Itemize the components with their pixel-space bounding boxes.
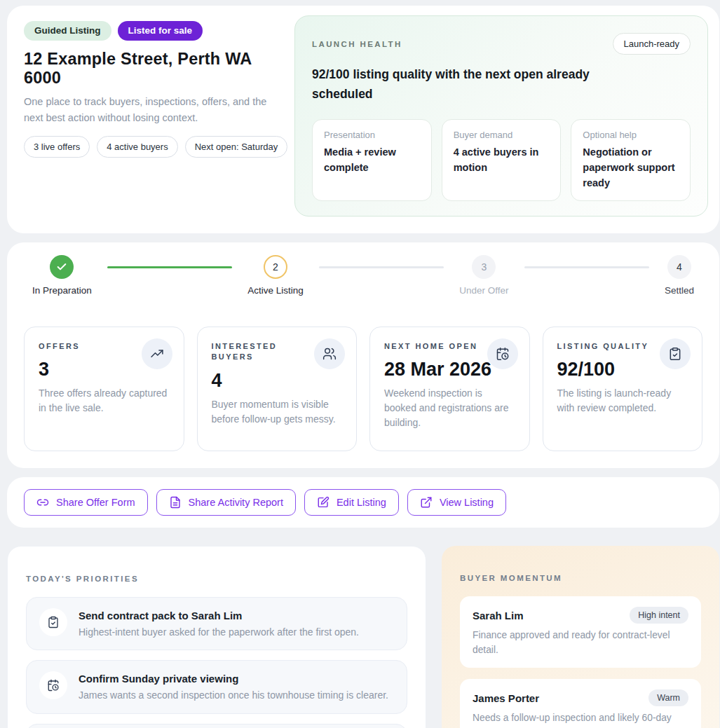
next-open-chip: Next open: Saturday [185,136,288,158]
listed-for-sale-badge: Listed for sale [118,21,203,41]
buyer-momentum-panel: BUYER MOMENTUM Sarah Lim High intent Fin… [442,546,719,728]
listing-header-card: Guided Listing Listed for sale 12 Exampl… [7,6,719,233]
factor-label: Presentation [324,130,420,140]
launch-health-headline: 92/100 listing quality with the next ope… [312,64,615,104]
step-number: 2 [264,255,287,279]
factor-buyer-demand: Buyer demand 4 active buyers in motion [442,119,562,201]
calendar-clock-icon [487,338,518,369]
stat-description: Three offers already captured in the liv… [39,386,170,415]
check-icon [56,261,67,273]
external-link-icon [420,496,433,509]
button-label: Share Offer Form [56,497,135,508]
priority-title: Confirm Sunday private viewing [79,673,388,685]
stat-card-listing-quality: LISTING QUALITY 92/100 The listing is la… [543,327,703,451]
badge-row: Guided Listing Listed for sale [24,21,287,41]
todays-priorities-label: TODAY'S PRIORITIES [26,575,407,583]
stage-stepper: In Preparation 2 Active Listing 3 Under … [24,255,702,296]
page-title: 12 Example Street, Perth WA 6000 [24,50,287,88]
todays-priorities-panel: TODAY'S PRIORITIES Send contract pack to… [7,546,426,728]
priority-description: James wants a second inspection once his… [79,688,388,702]
buyer-name: James Porter [473,692,539,704]
step-under-offer: 3 Under Offer [459,255,508,296]
launch-health-card: LAUNCH HEALTH Launch-ready 92/100 listin… [294,15,708,217]
factor-value: Media + review complete [324,145,420,176]
page-subtitle: One place to track buyers, inspections, … [24,94,285,125]
buyer-description: Needs a follow-up inspection and likely … [473,711,688,728]
edit-listing-button[interactable]: Edit Listing [304,489,399,516]
intent-badge: High intent [630,607,688,624]
stat-description: Buyer momentum is visible before follow-… [212,397,343,427]
step-settled: 4 Settled [665,255,694,296]
priority-item-clipped[interactable]: Review the backup buyer shortlist [26,724,407,728]
step-in-preparation: In Preparation [32,255,92,296]
users-icon [314,338,345,369]
factor-label: Optional help [583,130,679,140]
priority-title: Send contract pack to Sarah Lim [79,610,359,621]
buyer-momentum-label: BUYER MOMENTUM [460,574,701,582]
clipboard-check-icon [660,338,691,369]
live-offers-chip: 3 live offers [24,136,90,158]
button-label: Edit Listing [337,497,386,508]
summary-chip-row: 3 live offers 4 active buyers Next open:… [24,136,287,158]
step-active-listing: 2 Active Listing [247,255,304,296]
button-label: Share Activity Report [189,497,283,508]
step-connector [524,266,649,268]
factor-presentation: Presentation Media + review complete [312,119,432,201]
stat-card-interested-buyers: INTERESTED BUYERS 4 Buyer momentum is vi… [197,327,358,451]
priority-description: Highest-intent buyer asked for the paper… [79,625,359,639]
document-icon [169,496,182,509]
clipboard-check-icon [39,608,67,636]
guided-listing-badge: Guided Listing [24,21,111,41]
factor-value: Negotiation or paperwork support ready [583,145,679,191]
step-connector-done [107,266,232,268]
stat-card-offers: OFFERS 3 Three offers already captured i… [24,327,184,451]
buyer-card-james-porter[interactable]: James Porter Warm Needs a follow-up insp… [460,679,701,728]
page: Guided Listing Listed for sale 12 Exampl… [0,0,720,728]
launch-factor-row: Presentation Media + review complete Buy… [312,119,691,201]
priority-item-contract-pack[interactable]: Send contract pack to Sarah Lim Highest-… [26,597,407,650]
step-connector [319,266,444,268]
step-label: Under Offer [459,285,508,296]
step-number: 3 [472,255,496,279]
share-offer-form-button[interactable]: Share Offer Form [24,489,148,516]
buyer-description: Finance approved and ready for contract-… [473,629,688,657]
step-label: Settled [665,285,694,296]
buyer-name: Sarah Lim [473,610,524,621]
view-listing-button[interactable]: View Listing [407,489,506,516]
stats-row: OFFERS 3 Three offers already captured i… [24,327,702,451]
quick-actions-card: Share Offer Form Share Activity Report E… [7,477,719,528]
factor-optional-help: Optional help Negotiation or paperwork s… [571,119,691,201]
step-label: In Preparation [32,285,92,296]
link-icon [36,496,49,509]
stat-value: 4 [212,370,343,392]
priority-list: Send contract pack to Sarah Lim Highest-… [26,597,407,728]
active-buyers-chip: 4 active buyers [97,136,177,158]
buyer-card-sarah-lim[interactable]: Sarah Lim High intent Finance approved a… [460,596,701,668]
buyer-list: Sarah Lim High intent Finance approved a… [460,596,701,728]
edit-icon [317,496,330,509]
launch-health-label: LAUNCH HEALTH [312,40,402,48]
priority-item-private-viewing[interactable]: Confirm Sunday private viewing James wan… [26,660,407,713]
share-activity-report-button[interactable]: Share Activity Report [156,489,296,516]
factor-label: Buyer demand [454,130,550,140]
launch-ready-pill: Launch-ready [613,33,691,55]
factor-value: 4 active buyers in motion [454,145,550,176]
button-label: View Listing [440,497,494,508]
step-complete-circle [50,255,74,279]
stat-card-next-home-open: NEXT HOME OPEN 28 Mar 2026 Weekend inspe… [369,327,530,451]
stat-description: The listing is launch-ready with review … [557,386,688,415]
stat-description: Weekend inspection is booked and registr… [384,386,515,430]
calendar-clock-icon [39,671,67,699]
step-label: Active Listing [247,285,304,296]
bottom-panels: TODAY'S PRIORITIES Send contract pack to… [7,546,720,728]
listing-summary: Guided Listing Listed for sale 12 Exampl… [17,15,287,217]
intent-badge: Warm [648,689,688,706]
trending-up-icon [142,338,172,369]
step-number: 4 [667,255,691,279]
stage-progress-card: In Preparation 2 Active Listing 3 Under … [7,242,719,468]
